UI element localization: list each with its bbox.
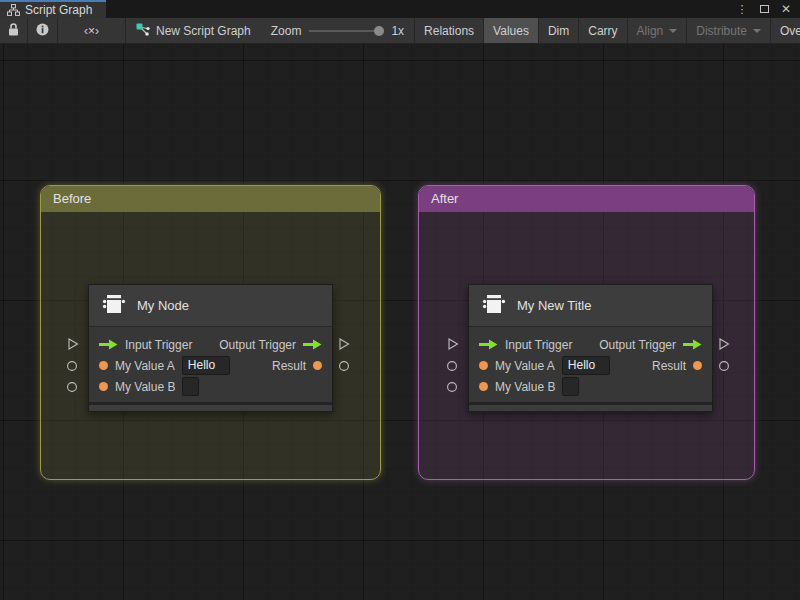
chevron-down-icon [753, 29, 761, 33]
close-icon[interactable]: ✕ [779, 2, 793, 16]
external-result-port-icon[interactable] [338, 360, 350, 372]
toolbar-right-group: Relations Values Dim Carry Align Distrib… [414, 18, 800, 43]
code-toggle-icon: ‹×› [84, 24, 99, 38]
value-b-input[interactable] [562, 377, 579, 396]
input-trigger-label: Input Trigger [125, 338, 192, 352]
value-a-label: My Value A [115, 359, 175, 373]
value-b-row: My Value B [469, 376, 712, 397]
node-my-new-title[interactable]: My New Title Input Trigger Output Trigge… [468, 284, 713, 412]
window-controls: ⋮ ✕ [735, 0, 800, 18]
node-footer [469, 402, 712, 411]
hierarchy-icon [7, 4, 20, 16]
external-value-a-port-icon[interactable] [446, 360, 458, 372]
output-trigger-label: Output Trigger [219, 338, 296, 352]
zoom-slider[interactable] [309, 30, 383, 32]
external-output-trigger-port-icon[interactable] [718, 338, 730, 350]
zoom-control: Zoom 1x [261, 18, 414, 43]
tab-bar: Script Graph ⋮ ✕ [0, 0, 800, 18]
external-value-a-port-icon[interactable] [66, 360, 78, 372]
value-a-port-icon[interactable] [99, 361, 108, 370]
relations-label: Relations [424, 24, 474, 38]
value-a-label: My Value A [495, 359, 555, 373]
overview-button[interactable]: Overview [770, 18, 800, 43]
group-before-header[interactable]: Before [41, 186, 380, 212]
external-result-port-icon[interactable] [718, 360, 730, 372]
align-dropdown[interactable]: Align [627, 18, 687, 43]
values-label: Values [493, 24, 529, 38]
value-b-label: My Value B [115, 380, 175, 394]
trigger-row: Input Trigger Output Trigger [469, 334, 712, 355]
node-footer [89, 402, 332, 411]
zoom-slider-handle[interactable] [374, 26, 384, 36]
tab-script-graph[interactable]: Script Graph [0, 0, 106, 18]
window-menu-icon[interactable]: ⋮ [735, 2, 749, 16]
zoom-label: Zoom [271, 24, 302, 38]
value-b-input[interactable] [182, 377, 199, 396]
values-button[interactable]: Values [483, 18, 538, 43]
align-label: Align [637, 24, 664, 38]
zoom-value: 1x [391, 24, 404, 38]
external-value-b-port-icon[interactable] [446, 381, 458, 393]
value-a-row: My Value A Hello Result [469, 355, 712, 376]
output-trigger-port-icon[interactable] [683, 339, 702, 350]
graph-toolbar: ‹×› New Script Graph Zoom 1x Relati [0, 18, 800, 44]
value-b-label: My Value B [495, 380, 555, 394]
graph-name-label: New Script Graph [126, 18, 261, 43]
output-trigger-label: Output Trigger [599, 338, 676, 352]
node-body: Input Trigger Output Trigger My Value A … [89, 327, 332, 402]
node-icon [481, 291, 507, 320]
graph-icon [136, 23, 150, 39]
dim-label: Dim [548, 24, 569, 38]
value-a-port-icon[interactable] [479, 361, 488, 370]
lock-button[interactable] [0, 18, 28, 43]
output-trigger-port-icon[interactable] [303, 339, 322, 350]
result-label: Result [652, 359, 686, 373]
group-after-header[interactable]: After [419, 186, 754, 212]
distribute-label: Distribute [696, 24, 747, 38]
graph-canvas[interactable]: Before After My Node [0, 44, 800, 600]
relations-button[interactable]: Relations [414, 18, 483, 43]
script-graph-window: Script Graph ⋮ ✕ [0, 0, 800, 600]
result-port-icon[interactable] [693, 361, 702, 370]
carry-label: Carry [588, 24, 617, 38]
distribute-dropdown[interactable]: Distribute [686, 18, 770, 43]
input-trigger-label: Input Trigger [505, 338, 572, 352]
tab-label: Script Graph [25, 3, 92, 17]
dim-button[interactable]: Dim [538, 18, 578, 43]
trigger-row: Input Trigger Output Trigger [89, 334, 332, 355]
node-title: My New Title [517, 298, 591, 313]
graph-name-text: New Script Graph [156, 24, 251, 38]
value-a-input[interactable]: Hello [562, 356, 610, 375]
value-b-port-icon[interactable] [99, 382, 108, 391]
external-value-b-port-icon[interactable] [66, 381, 78, 393]
input-trigger-port-icon[interactable] [99, 339, 118, 350]
value-a-input[interactable]: Hello [182, 356, 230, 375]
lock-icon [8, 23, 19, 39]
node-header[interactable]: My Node [89, 285, 332, 327]
external-input-trigger-port-icon[interactable] [67, 338, 79, 350]
node-my-node[interactable]: My Node Input Trigger Output Trigger [88, 284, 333, 412]
external-output-trigger-port-icon[interactable] [338, 338, 350, 350]
info-icon [36, 23, 49, 39]
input-trigger-port-icon[interactable] [479, 339, 498, 350]
maximize-icon[interactable] [757, 2, 771, 16]
code-preview-button[interactable]: ‹×› [58, 18, 126, 43]
external-input-trigger-port-icon[interactable] [447, 338, 459, 350]
result-label: Result [272, 359, 306, 373]
result-port-icon[interactable] [313, 361, 322, 370]
value-a-row: My Value A Hello Result [89, 355, 332, 376]
node-title: My Node [137, 298, 189, 313]
overview-label: Overview [780, 24, 800, 38]
node-body: Input Trigger Output Trigger My Value A … [469, 327, 712, 402]
carry-button[interactable]: Carry [578, 18, 626, 43]
node-icon [101, 291, 127, 320]
value-b-row: My Value B [89, 376, 332, 397]
inspect-button[interactable] [28, 18, 58, 43]
value-b-port-icon[interactable] [479, 382, 488, 391]
node-header[interactable]: My New Title [469, 285, 712, 327]
chevron-down-icon [669, 29, 677, 33]
